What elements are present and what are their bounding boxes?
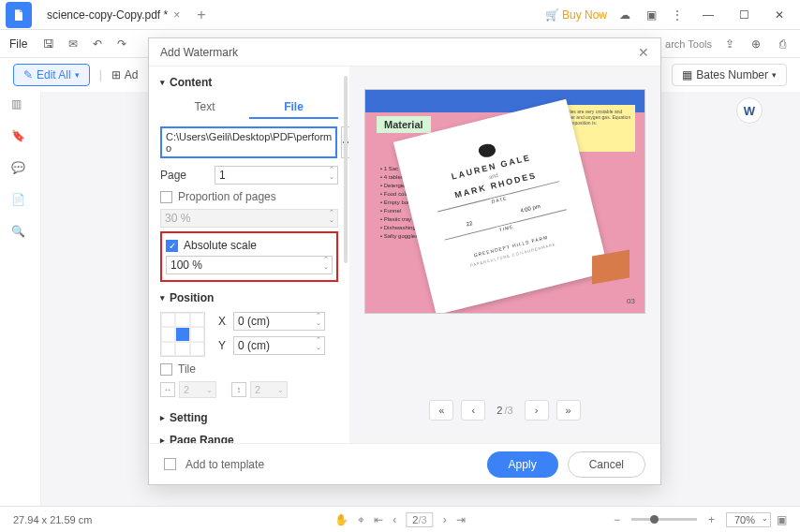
add-watermark-dialog: Add Watermark ✕ ▾Content Text File C:\Us… <box>148 37 661 485</box>
tile-vertical-icon: ↕ <box>231 382 246 397</box>
chevron-down-icon: ▾ <box>772 70 777 80</box>
thumbnails-icon[interactable]: ▥ <box>11 97 30 116</box>
y-label: Y <box>218 339 228 352</box>
absolute-scale-highlight: ✓ Absolute scale 100 % <box>160 231 338 282</box>
pager-next[interactable]: › <box>525 400 549 421</box>
zoom-out-icon[interactable]: − <box>614 513 620 526</box>
position-section-header[interactable]: ▾Position <box>160 291 338 304</box>
tab-title: science-copy-Copy.pdf * <box>47 8 168 22</box>
setting-section-header[interactable]: ▸Setting <box>160 411 338 424</box>
select-tool-icon[interactable]: ⌖ <box>358 513 364 526</box>
share-icon[interactable]: ⇪ <box>721 36 738 52</box>
fit-page-icon[interactable]: ▣ <box>777 513 787 526</box>
page-spinner[interactable]: 1 <box>215 166 338 185</box>
add-template-label: Add to template <box>185 458 264 471</box>
zoom-in-icon[interactable]: + <box>708 513 715 526</box>
chevron-down-icon: ▾ <box>75 70 80 80</box>
last-page-icon[interactable]: ⇥ <box>456 513 466 526</box>
x-offset-spinner[interactable]: 0 (cm) <box>233 312 325 331</box>
minimize-button[interactable]: — <box>695 2 721 28</box>
apply-button[interactable]: Apply <box>487 451 558 478</box>
y-offset-spinner[interactable]: 0 (cm) <box>233 336 325 355</box>
new-tab-button[interactable]: + <box>197 7 205 23</box>
page-input[interactable]: 2/3 <box>406 512 433 527</box>
tile-v-spinner: 2 <box>250 381 288 398</box>
edit-all-button[interactable]: ✎ Edit All ▾ <box>13 64 90 86</box>
word-export-icon[interactable]: W <box>736 97 763 124</box>
tab-text[interactable]: Text <box>160 96 249 119</box>
cancel-button[interactable]: Cancel <box>568 451 645 478</box>
buy-now-link[interactable]: 🛒 Buy Now <box>545 8 607 22</box>
x-label: X <box>218 315 228 328</box>
bates-number-button[interactable]: ▦ Bates Number ▾ <box>672 64 787 86</box>
zoom-level[interactable]: 70% <box>726 512 771 527</box>
tile-label: Tile <box>178 362 196 376</box>
undo-icon[interactable]: ↶ <box>89 36 106 52</box>
more-icon[interactable]: ⋮ <box>669 7 686 23</box>
proportion-checkbox[interactable] <box>160 191 172 203</box>
file-menu[interactable]: File <box>9 37 27 51</box>
absolute-scale-checkbox[interactable]: ✓ <box>166 240 178 252</box>
absolute-scale-spinner[interactable]: 100 % <box>166 256 333 274</box>
tile-h-spinner: 2 <box>179 381 216 398</box>
save-icon[interactable]: 🖫 <box>40 36 57 52</box>
content-section-header[interactable]: ▾Content <box>160 76 338 89</box>
proportion-label: Proportion of pages <box>178 190 276 203</box>
page-dimensions: 27.94 x 21.59 cm <box>13 514 92 525</box>
plus-icon: ⊞ <box>111 68 121 81</box>
cloud-icon[interactable]: ☁ <box>616 7 633 23</box>
print-icon[interactable]: ⎙ <box>774 36 791 52</box>
close-icon[interactable]: × <box>173 8 180 22</box>
redo-icon[interactable]: ↷ <box>113 36 130 52</box>
pen-icon: ✎ <box>23 68 33 81</box>
position-grid[interactable] <box>160 312 205 357</box>
tab-file[interactable]: File <box>249 96 338 119</box>
comment-icon[interactable]: 💬 <box>11 161 30 180</box>
external-icon[interactable]: ⊕ <box>748 36 764 52</box>
pager-last[interactable]: » <box>556 400 581 421</box>
attachment-icon[interactable]: 📄 <box>11 193 30 212</box>
first-page-icon[interactable]: ⇤ <box>374 513 383 526</box>
dialog-close-button[interactable]: ✕ <box>638 45 649 60</box>
pager-prev[interactable]: ‹ <box>461 400 485 421</box>
browse-button[interactable]: ⋯ <box>341 126 349 158</box>
zoom-slider[interactable] <box>631 518 697 521</box>
tab-document[interactable]: science-copy-Copy.pdf * × <box>37 2 189 28</box>
bates-icon: ▦ <box>682 68 692 81</box>
dialog-title: Add Watermark <box>160 46 238 59</box>
maximize-button[interactable]: ☐ <box>731 2 757 28</box>
absolute-scale-label: Absolute scale <box>184 239 257 252</box>
hand-tool-icon[interactable]: ✋ <box>334 513 348 526</box>
search-icon[interactable]: 🔍 <box>11 225 30 244</box>
search-tools-label: arch Tools <box>665 38 712 50</box>
add-button[interactable]: ⊞ Ad <box>111 68 139 81</box>
close-button[interactable]: ✕ <box>766 2 793 28</box>
pager-first[interactable]: « <box>429 400 453 421</box>
watermark-preview: Material little molecules are very unsta… <box>364 89 645 314</box>
mail-icon[interactable]: ✉ <box>65 36 81 52</box>
prev-page-icon[interactable]: ‹ <box>393 513 396 526</box>
add-template-checkbox[interactable] <box>164 458 176 470</box>
proportion-spinner: 30 % <box>160 209 338 228</box>
app-logo <box>6 2 32 28</box>
tile-horizontal-icon: ↔ <box>160 382 175 397</box>
file-path-input[interactable]: C:\Users\Geili\Desktop\PDF\perform o <box>160 126 337 158</box>
tile-checkbox[interactable] <box>160 363 172 376</box>
page-label: Page <box>160 169 207 182</box>
next-page-icon[interactable]: › <box>443 513 447 526</box>
position-center[interactable] <box>175 327 189 341</box>
materials-label: Material <box>377 116 431 133</box>
notification-icon[interactable]: ▣ <box>643 7 659 23</box>
bookmark-icon[interactable]: 🔖 <box>11 129 30 148</box>
page-range-section-header[interactable]: ▸Page Range <box>160 434 338 443</box>
